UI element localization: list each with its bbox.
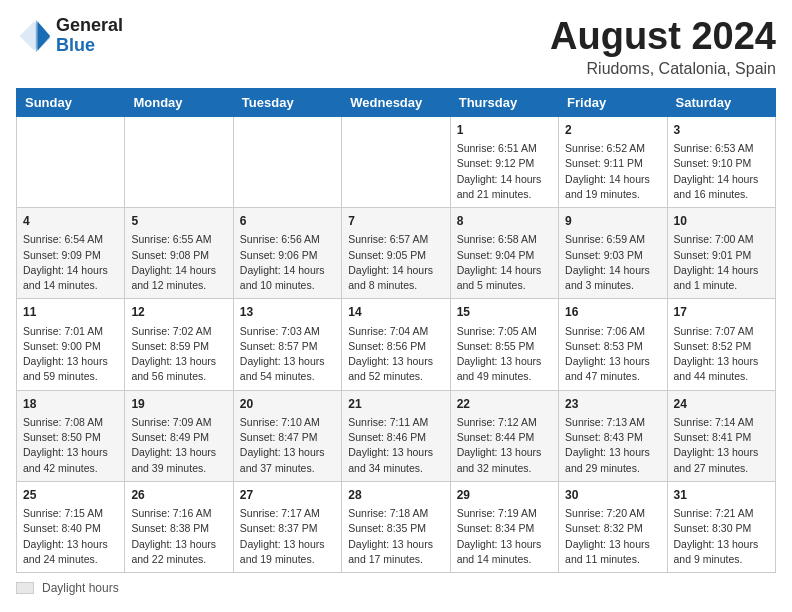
calendar-week-row: 25Sunrise: 7:15 AM Sunset: 8:40 PM Dayli… (17, 481, 776, 572)
calendar-cell: 1Sunrise: 6:51 AM Sunset: 9:12 PM Daylig… (450, 116, 558, 207)
weekday-header-row: SundayMondayTuesdayWednesdayThursdayFrid… (17, 88, 776, 116)
weekday-header: Thursday (450, 88, 558, 116)
day-info: Sunrise: 7:13 AM Sunset: 8:43 PM Dayligh… (565, 415, 660, 476)
day-info: Sunrise: 6:53 AM Sunset: 9:10 PM Dayligh… (674, 141, 769, 202)
calendar-week-row: 1Sunrise: 6:51 AM Sunset: 9:12 PM Daylig… (17, 116, 776, 207)
calendar-cell (125, 116, 233, 207)
day-info: Sunrise: 7:18 AM Sunset: 8:35 PM Dayligh… (348, 506, 443, 567)
calendar-cell: 11Sunrise: 7:01 AM Sunset: 9:00 PM Dayli… (17, 299, 125, 390)
calendar-cell: 2Sunrise: 6:52 AM Sunset: 9:11 PM Daylig… (559, 116, 667, 207)
day-info: Sunrise: 7:14 AM Sunset: 8:41 PM Dayligh… (674, 415, 769, 476)
day-info: Sunrise: 7:08 AM Sunset: 8:50 PM Dayligh… (23, 415, 118, 476)
day-number: 5 (131, 213, 226, 230)
day-info: Sunrise: 7:01 AM Sunset: 9:00 PM Dayligh… (23, 324, 118, 385)
logo-text: General Blue (56, 16, 123, 56)
calendar-cell: 6Sunrise: 6:56 AM Sunset: 9:06 PM Daylig… (233, 208, 341, 299)
calendar-cell: 9Sunrise: 6:59 AM Sunset: 9:03 PM Daylig… (559, 208, 667, 299)
logo-icon (16, 18, 52, 54)
calendar-cell: 13Sunrise: 7:03 AM Sunset: 8:57 PM Dayli… (233, 299, 341, 390)
calendar-cell: 24Sunrise: 7:14 AM Sunset: 8:41 PM Dayli… (667, 390, 775, 481)
day-info: Sunrise: 7:17 AM Sunset: 8:37 PM Dayligh… (240, 506, 335, 567)
day-number: 3 (674, 122, 769, 139)
day-number: 31 (674, 487, 769, 504)
day-info: Sunrise: 7:12 AM Sunset: 8:44 PM Dayligh… (457, 415, 552, 476)
day-number: 25 (23, 487, 118, 504)
day-number: 26 (131, 487, 226, 504)
day-number: 4 (23, 213, 118, 230)
day-number: 11 (23, 304, 118, 321)
day-number: 29 (457, 487, 552, 504)
day-number: 27 (240, 487, 335, 504)
day-number: 13 (240, 304, 335, 321)
day-info: Sunrise: 7:15 AM Sunset: 8:40 PM Dayligh… (23, 506, 118, 567)
calendar-table: SundayMondayTuesdayWednesdayThursdayFrid… (16, 88, 776, 573)
day-number: 30 (565, 487, 660, 504)
day-info: Sunrise: 7:16 AM Sunset: 8:38 PM Dayligh… (131, 506, 226, 567)
calendar-cell: 20Sunrise: 7:10 AM Sunset: 8:47 PM Dayli… (233, 390, 341, 481)
calendar-cell: 14Sunrise: 7:04 AM Sunset: 8:56 PM Dayli… (342, 299, 450, 390)
day-info: Sunrise: 7:09 AM Sunset: 8:49 PM Dayligh… (131, 415, 226, 476)
calendar-cell: 3Sunrise: 6:53 AM Sunset: 9:10 PM Daylig… (667, 116, 775, 207)
day-info: Sunrise: 7:03 AM Sunset: 8:57 PM Dayligh… (240, 324, 335, 385)
weekday-header: Saturday (667, 88, 775, 116)
calendar-cell: 28Sunrise: 7:18 AM Sunset: 8:35 PM Dayli… (342, 481, 450, 572)
calendar-cell: 25Sunrise: 7:15 AM Sunset: 8:40 PM Dayli… (17, 481, 125, 572)
logo: General Blue (16, 16, 123, 56)
weekday-header: Friday (559, 88, 667, 116)
calendar-cell: 5Sunrise: 6:55 AM Sunset: 9:08 PM Daylig… (125, 208, 233, 299)
calendar-cell: 17Sunrise: 7:07 AM Sunset: 8:52 PM Dayli… (667, 299, 775, 390)
day-number: 8 (457, 213, 552, 230)
day-number: 6 (240, 213, 335, 230)
day-number: 12 (131, 304, 226, 321)
svg-marker-2 (38, 21, 51, 50)
calendar-cell: 16Sunrise: 7:06 AM Sunset: 8:53 PM Dayli… (559, 299, 667, 390)
day-info: Sunrise: 6:57 AM Sunset: 9:05 PM Dayligh… (348, 232, 443, 293)
day-number: 10 (674, 213, 769, 230)
footer-note: Daylight hours (16, 581, 776, 595)
calendar-cell: 30Sunrise: 7:20 AM Sunset: 8:32 PM Dayli… (559, 481, 667, 572)
calendar-cell: 31Sunrise: 7:21 AM Sunset: 8:30 PM Dayli… (667, 481, 775, 572)
calendar-cell: 8Sunrise: 6:58 AM Sunset: 9:04 PM Daylig… (450, 208, 558, 299)
day-number: 23 (565, 396, 660, 413)
weekday-header: Wednesday (342, 88, 450, 116)
month-title: August 2024 (550, 16, 776, 58)
weekday-header: Tuesday (233, 88, 341, 116)
day-number: 28 (348, 487, 443, 504)
day-info: Sunrise: 7:05 AM Sunset: 8:55 PM Dayligh… (457, 324, 552, 385)
day-number: 1 (457, 122, 552, 139)
day-number: 9 (565, 213, 660, 230)
location-title: Riudoms, Catalonia, Spain (550, 60, 776, 78)
calendar-cell: 4Sunrise: 6:54 AM Sunset: 9:09 PM Daylig… (17, 208, 125, 299)
calendar-cell: 15Sunrise: 7:05 AM Sunset: 8:55 PM Dayli… (450, 299, 558, 390)
calendar-week-row: 4Sunrise: 6:54 AM Sunset: 9:09 PM Daylig… (17, 208, 776, 299)
day-number: 15 (457, 304, 552, 321)
calendar-cell: 19Sunrise: 7:09 AM Sunset: 8:49 PM Dayli… (125, 390, 233, 481)
daylight-box (16, 582, 34, 594)
day-number: 22 (457, 396, 552, 413)
day-number: 14 (348, 304, 443, 321)
day-number: 2 (565, 122, 660, 139)
header: General Blue August 2024 Riudoms, Catalo… (16, 16, 776, 78)
day-number: 19 (131, 396, 226, 413)
day-info: Sunrise: 7:02 AM Sunset: 8:59 PM Dayligh… (131, 324, 226, 385)
day-info: Sunrise: 7:07 AM Sunset: 8:52 PM Dayligh… (674, 324, 769, 385)
day-info: Sunrise: 7:11 AM Sunset: 8:46 PM Dayligh… (348, 415, 443, 476)
day-info: Sunrise: 6:59 AM Sunset: 9:03 PM Dayligh… (565, 232, 660, 293)
day-info: Sunrise: 6:51 AM Sunset: 9:12 PM Dayligh… (457, 141, 552, 202)
day-number: 24 (674, 396, 769, 413)
calendar-cell (342, 116, 450, 207)
day-info: Sunrise: 7:21 AM Sunset: 8:30 PM Dayligh… (674, 506, 769, 567)
day-info: Sunrise: 7:19 AM Sunset: 8:34 PM Dayligh… (457, 506, 552, 567)
day-info: Sunrise: 6:56 AM Sunset: 9:06 PM Dayligh… (240, 232, 335, 293)
day-number: 21 (348, 396, 443, 413)
calendar-cell: 18Sunrise: 7:08 AM Sunset: 8:50 PM Dayli… (17, 390, 125, 481)
day-number: 18 (23, 396, 118, 413)
calendar-cell: 26Sunrise: 7:16 AM Sunset: 8:38 PM Dayli… (125, 481, 233, 572)
calendar-week-row: 11Sunrise: 7:01 AM Sunset: 9:00 PM Dayli… (17, 299, 776, 390)
daylight-label: Daylight hours (42, 581, 119, 595)
day-info: Sunrise: 7:20 AM Sunset: 8:32 PM Dayligh… (565, 506, 660, 567)
day-info: Sunrise: 7:04 AM Sunset: 8:56 PM Dayligh… (348, 324, 443, 385)
day-info: Sunrise: 7:10 AM Sunset: 8:47 PM Dayligh… (240, 415, 335, 476)
weekday-header: Monday (125, 88, 233, 116)
day-number: 7 (348, 213, 443, 230)
